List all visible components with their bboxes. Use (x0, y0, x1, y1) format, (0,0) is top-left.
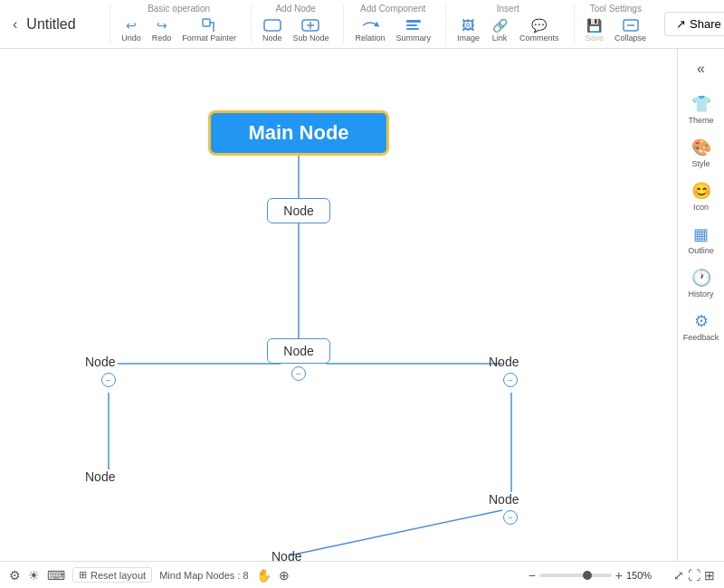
sidebar-collapse-button[interactable]: « (685, 56, 718, 81)
tool-settings-section: Tool Settings 💾 Save Collapse (574, 4, 658, 44)
format-painter-button[interactable]: Format Painter (178, 15, 240, 44)
target-icon[interactable]: ⊕ (279, 568, 290, 583)
share-label: Share (690, 17, 721, 31)
sidebar-item-theme[interactable]: 👕 Theme (681, 89, 722, 130)
insert-label: Insert (497, 4, 519, 14)
canvas[interactable]: Main Node Node Node − Node − Node Node − (0, 49, 677, 561)
sidebar-item-icon[interactable]: 😊 Icon (681, 175, 722, 217)
svg-rect-6 (406, 24, 417, 26)
hand-icon[interactable]: ✋ (256, 568, 272, 583)
svg-rect-5 (406, 20, 421, 23)
node-count: Mind Map Nodes : 8 (159, 570, 248, 581)
summary-btn-label: Summary (395, 33, 431, 43)
add-component-section: Add Component Relation Summary (343, 4, 442, 44)
node-2[interactable]: Node (267, 338, 330, 364)
icon-label: Icon (693, 203, 709, 212)
collapse-btn-label: Collapse (614, 33, 646, 43)
bottom-bar: ⚙ ☀ ⌨ ⊞ Reset layout Mind Map Nodes : 8 … (0, 561, 724, 588)
history-icon: 🕐 (691, 268, 711, 288)
redo-icon: ↪ (153, 17, 171, 33)
node-1[interactable]: Node (267, 198, 330, 223)
link-button[interactable]: 🔗 Link (487, 15, 512, 44)
add-component-label: Add Component (360, 4, 425, 14)
node-7[interactable]: Node (272, 549, 301, 561)
feedback-label: Feedback (683, 333, 719, 342)
sidebar-item-outline[interactable]: ▦ Outline (681, 219, 722, 261)
node-btn-label: Node (262, 33, 282, 43)
zoom-controls: − + 150% (529, 568, 659, 583)
save-btn-label: Save (586, 33, 605, 43)
collapse-button[interactable]: Collapse (611, 15, 650, 44)
relation-button[interactable]: Relation (351, 15, 388, 44)
node-button[interactable]: Node (259, 15, 286, 44)
icon-icon: 😊 (691, 181, 711, 201)
zoom-thumb (583, 571, 592, 580)
sub-node-icon (301, 17, 319, 33)
node-3[interactable]: Node (85, 355, 115, 369)
sidebar-item-feedback[interactable]: ⚙ Feedback (681, 306, 722, 347)
node-3-collapse[interactable]: − (101, 373, 116, 387)
comments-button[interactable]: 💬 Comments (516, 15, 563, 44)
node-6[interactable]: Node (489, 492, 519, 507)
svg-rect-0 (203, 19, 210, 26)
zoom-slider[interactable] (539, 574, 612, 577)
image-button[interactable]: 🖼 Image (453, 15, 483, 44)
main-area: Main Node Node Node − Node − Node Node − (0, 49, 724, 561)
svg-rect-7 (406, 28, 419, 30)
tool-settings-label: Tool Settings (590, 4, 642, 14)
sub-node-btn-label: Sub Node (292, 33, 329, 43)
theme-label: Theme (688, 116, 713, 125)
back-button[interactable]: ‹ (7, 13, 23, 36)
grid-view-icon[interactable]: ⊞ (704, 568, 715, 583)
tool-settings-buttons: 💾 Save Collapse (582, 15, 651, 44)
share-button[interactable]: ↗ Share (664, 12, 724, 36)
add-node-label: Add Node (275, 4, 315, 14)
style-icon: 🎨 (691, 138, 711, 157)
keyboard-icon[interactable]: ⌨ (47, 568, 65, 583)
node-5-collapse[interactable]: − (503, 373, 518, 387)
format-painter-icon (200, 17, 218, 33)
share-icon: ↗ (676, 17, 686, 31)
right-sidebar: « 👕 Theme 🎨 Style 😊 Icon ▦ Outline 🕐 His… (677, 49, 724, 561)
theme-icon: 👕 (691, 94, 711, 114)
comments-icon: 💬 (530, 17, 548, 33)
sidebar-item-history[interactable]: 🕐 History (681, 262, 722, 304)
node-5[interactable]: Node (489, 355, 519, 369)
outline-icon: ▦ (693, 224, 709, 244)
comments-btn-label: Comments (519, 33, 559, 43)
view-icons: ⤢ ⛶ ⊞ (673, 568, 715, 583)
sun-icon[interactable]: ☀ (28, 568, 40, 583)
save-button[interactable]: 💾 Save (582, 15, 608, 44)
outline-label: Outline (688, 246, 714, 255)
document-title: Untitled (26, 16, 99, 33)
feedback-icon: ⚙ (694, 311, 709, 331)
summary-icon (405, 17, 423, 33)
redo-button[interactable]: ↪ Redo (148, 15, 176, 44)
node-6-collapse[interactable]: − (503, 510, 518, 525)
zoom-in-button[interactable]: + (615, 568, 623, 583)
add-node-buttons: Node Sub Node (259, 15, 333, 44)
fullscreen-icon[interactable]: ⛶ (688, 568, 700, 583)
add-component-buttons: Relation Summary (351, 15, 434, 44)
node-4[interactable]: Node (85, 469, 115, 484)
reset-layout-button[interactable]: ⊞ Reset layout (72, 567, 152, 583)
fit-view-icon[interactable]: ⤢ (673, 568, 684, 583)
toolbar: ‹ Untitled Basic operation ↩ Undo ↪ Redo… (0, 0, 724, 49)
summary-button[interactable]: Summary (392, 15, 434, 44)
basic-operation-buttons: ↩ Undo ↪ Redo Format Painter (118, 15, 240, 44)
undo-label: Undo (121, 33, 141, 43)
sidebar-item-style[interactable]: 🎨 Style (681, 132, 722, 174)
node-2-collapse[interactable]: − (291, 366, 306, 381)
style-label: Style (691, 159, 710, 168)
settings-icon[interactable]: ⚙ (9, 568, 21, 583)
zoom-out-button[interactable]: − (529, 568, 536, 583)
undo-icon: ↩ (122, 17, 140, 33)
redo-label: Redo (152, 33, 172, 43)
sub-node-button[interactable]: Sub Node (289, 15, 332, 44)
zoom-percent: 150% (626, 570, 659, 581)
link-btn-label: Link (492, 33, 508, 43)
main-node[interactable]: Main Node (208, 110, 389, 156)
history-label: History (688, 289, 713, 299)
basic-operation-label: Basic operation (148, 4, 210, 14)
undo-button[interactable]: ↩ Undo (118, 15, 145, 44)
